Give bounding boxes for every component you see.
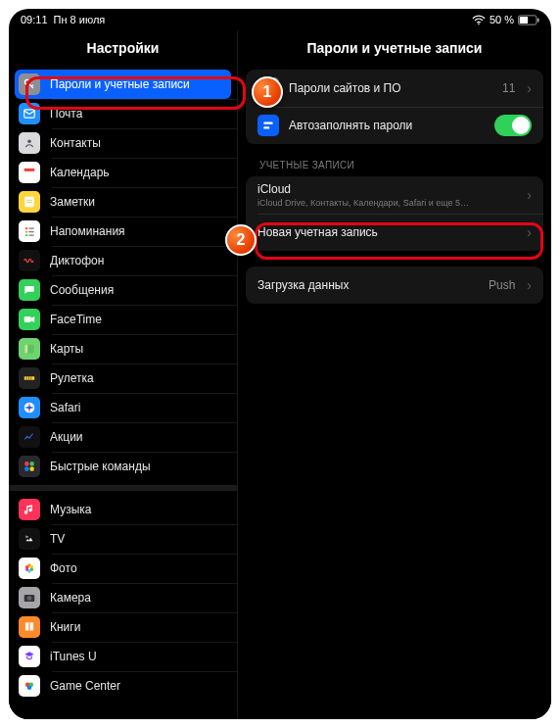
separator (9, 485, 237, 491)
wifi-icon (472, 15, 486, 25)
sidebar-item-stocks[interactable]: Акции (9, 422, 237, 452)
sidebar-item-label: Диктофон (50, 254, 104, 267)
key-icon (19, 73, 40, 95)
sidebar-item-facetime[interactable]: FaceTime (9, 305, 237, 334)
stocks-icon (19, 426, 40, 448)
detail-pane: Пароли и учетные записи Пароли сайтов и … (238, 30, 551, 719)
settings-group: iCloudiCloud Drive, Контакты, Календари,… (246, 176, 543, 251)
sidebar-item-voice[interactable]: Диктофон (9, 246, 237, 275)
fill-icon (257, 115, 279, 136)
svg-rect-8 (24, 169, 35, 171)
svg-point-35 (25, 565, 29, 569)
sidebar-item-mail[interactable]: Почта (9, 99, 237, 128)
status-date: Пн 8 июля (54, 14, 106, 25)
svg-rect-3 (537, 18, 539, 22)
status-time: 09:11 (21, 14, 48, 25)
settings-group: Загрузка данныхPush› (246, 267, 543, 304)
settings-group: Пароли сайтов и ПО11›Автозаполнять парол… (246, 70, 543, 144)
detail-row[interactable]: Загрузка данныхPush› (246, 267, 543, 304)
sidebar-item-label: Пароли и учетные записи (50, 77, 190, 91)
voice-icon (19, 250, 40, 271)
sidebar-title: Настройки (9, 30, 237, 70)
sidebar-item-safari[interactable]: Safari (9, 393, 237, 422)
sidebar-item-measure[interactable]: Рулетка (9, 364, 237, 393)
sidebar-item-tv[interactable]: tvTV (9, 524, 237, 554)
svg-rect-19 (24, 376, 35, 380)
chevron-right-icon: › (527, 80, 532, 96)
reminders-icon (19, 220, 40, 242)
sidebar-item-messages[interactable]: Сообщения (9, 275, 237, 305)
row-subtitle: iCloud Drive, Контакты, Календари, Safar… (257, 198, 515, 208)
svg-point-37 (27, 596, 32, 601)
sidebar-item-contacts[interactable]: Контакты (9, 128, 237, 158)
books-icon (19, 616, 40, 638)
sidebar-item-music[interactable]: Музыка (9, 495, 237, 524)
shortcuts-icon (19, 456, 40, 477)
sidebar-item-label: Карты (50, 342, 83, 356)
sidebar-item-label: iTunes U (50, 650, 97, 663)
detail-row[interactable]: Автозаполнять пароли (246, 107, 543, 144)
row-label: Загрузка данных (257, 278, 479, 292)
row-label: Пароли сайтов и ПО (289, 81, 492, 95)
sidebar-item-notes[interactable]: Заметки (9, 187, 237, 217)
sidebar-item-label: Safari (50, 401, 80, 414)
sidebar-item-shortcuts[interactable]: Быстрые команды (9, 452, 237, 481)
row-label: Автозаполнять пароли (289, 119, 485, 132)
sidebar-item-maps[interactable]: Карты (9, 334, 237, 364)
sidebar-item-label: Календарь (50, 166, 110, 179)
sidebar: Настройки Пароли и учетные записиПочтаКо… (9, 30, 238, 719)
chevron-right-icon: › (527, 224, 532, 240)
sidebar-item-label: Game Center (50, 679, 120, 693)
svg-rect-2 (520, 17, 528, 24)
svg-rect-26 (24, 467, 28, 471)
sidebar-item-label: Рулетка (50, 371, 94, 385)
detail-row[interactable]: Пароли сайтов и ПО11› (246, 70, 543, 107)
row-value: Push (489, 278, 515, 292)
svg-point-13 (25, 230, 27, 232)
mail-icon (19, 103, 40, 124)
music-icon (19, 499, 40, 520)
facetime-icon (19, 309, 40, 330)
itunesu-icon (19, 646, 40, 667)
sidebar-item-label: Сообщения (50, 283, 114, 297)
safari-icon (19, 397, 40, 418)
svg-point-4 (24, 79, 29, 84)
status-bar: 09:11 Пн 8 июля 50 % (9, 9, 551, 30)
sidebar-item-label: FaceTime (50, 313, 102, 326)
svg-rect-18 (24, 316, 31, 322)
sidebar-item-calendar[interactable]: Календарь (9, 158, 237, 187)
detail-list: Пароли сайтов и ПО11›Автозаполнять парол… (238, 70, 551, 319)
photos-icon (19, 558, 40, 579)
sidebar-item-photos[interactable]: Фото (9, 554, 237, 583)
svg-rect-42 (263, 122, 272, 124)
sidebar-item-key[interactable]: Пароли и учетные записи (15, 70, 231, 99)
toggle-switch[interactable] (494, 115, 532, 136)
svg-rect-9 (24, 197, 33, 208)
row-label: iCloud (257, 182, 515, 196)
camera-icon (19, 587, 40, 608)
sidebar-list: Пароли и учетные записиПочтаКонтактыКале… (9, 70, 237, 701)
detail-row[interactable]: iCloudiCloud Drive, Контакты, Календари,… (246, 176, 543, 214)
calendar-icon (19, 162, 40, 183)
sidebar-item-game[interactable]: Game Center (9, 671, 237, 701)
sidebar-item-label: Напоминания (50, 224, 125, 238)
svg-point-14 (25, 234, 27, 236)
svg-rect-24 (24, 461, 28, 465)
sidebar-item-itunesu[interactable]: iTunes U (9, 642, 237, 671)
detail-row[interactable]: Новая учетная запись› (246, 214, 543, 251)
contacts-icon (19, 132, 40, 154)
status-battery: 50 % (490, 14, 514, 25)
measure-icon (19, 367, 40, 389)
sidebar-item-camera[interactable]: Камера (9, 583, 237, 612)
maps-icon (19, 338, 40, 360)
key-icon (257, 77, 279, 99)
svg-point-0 (478, 23, 480, 24)
sidebar-item-label: Почта (50, 107, 82, 121)
sidebar-item-reminders[interactable]: Напоминания (9, 217, 237, 246)
svg-point-40 (27, 685, 32, 690)
svg-point-6 (27, 140, 31, 144)
sidebar-item-books[interactable]: Книги (9, 612, 237, 642)
messages-icon (19, 279, 40, 301)
tv-icon: tv (19, 528, 40, 550)
sidebar-item-label: Контакты (50, 136, 101, 150)
